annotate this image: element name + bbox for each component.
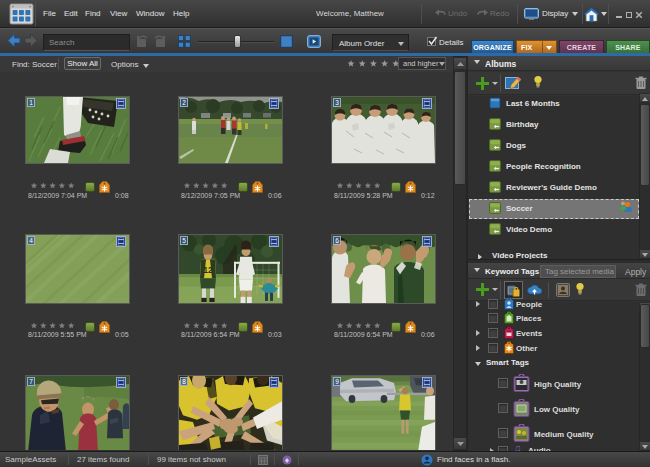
svg-text:12: 12 xyxy=(204,266,213,275)
